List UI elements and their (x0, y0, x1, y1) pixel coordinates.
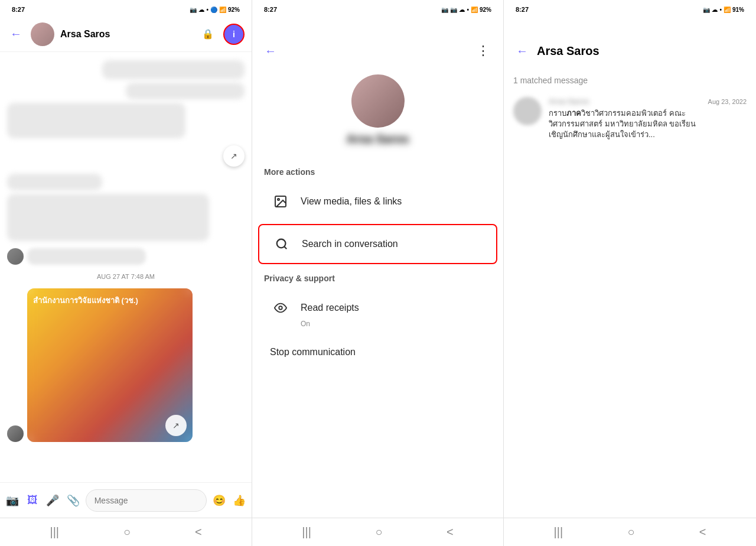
back-button-1[interactable]: ← (7, 25, 25, 43)
battery-2: 92% (480, 6, 491, 13)
svg-point-1 (278, 199, 279, 200)
svg-point-4 (279, 306, 282, 310)
nav-menu-3[interactable]: ||| (554, 525, 563, 539)
image-icon[interactable]: 🖼 (25, 491, 40, 510)
nav-menu-1[interactable]: ||| (50, 525, 59, 539)
stop-communication-action[interactable]: Stop communication (258, 339, 497, 366)
profile-header: ← ⋮ (252, 17, 503, 69)
result-content: Arsa Saros กราบภาควิชาวิศวกรรมคอมพิวเตอร… (549, 97, 701, 141)
result-text-before: กราบ (549, 109, 566, 118)
time-1: 8:27 (12, 6, 25, 13)
battery-1: 92% (228, 6, 240, 13)
result-avatar (513, 97, 542, 125)
panel-profile: 8:27 📷 📷 ☁ • 📶 92% ← ⋮ Arsa Saros More a… (252, 0, 504, 546)
blurred-messages-mid (7, 171, 245, 243)
like-icon[interactable]: 👍 (232, 491, 247, 510)
msg-row-image: สำนักงานการวิจัยแห่งชาติ (วช.) ↗ (7, 288, 245, 442)
more-actions-label: More actions (252, 160, 503, 181)
svg-line-3 (284, 246, 286, 249)
panel-chat: 8:27 📷 ☁ • 🔵 📶 92% ← Arsa Saros 🔒 i (0, 0, 252, 546)
emoji-icon[interactable]: 😊 (211, 491, 227, 510)
read-receipts-label: Read receipts (301, 303, 359, 313)
chat-input-bar: 📷 🖼 🎤 📎 😊 👍 (0, 482, 252, 518)
chat-body[interactable]: ↗ AUG 27 AT 7:48 AM สำนักงานการวิจัยแห่ง… (0, 52, 252, 482)
nav-home-2[interactable]: ○ (375, 525, 382, 539)
header-icons: 🔒 i (197, 24, 245, 45)
view-media-label: View media, files & links (301, 196, 402, 207)
lock-icon[interactable]: 🔒 (197, 24, 219, 45)
avatar-1 (31, 22, 54, 46)
nav-home-1[interactable]: ○ (123, 525, 131, 539)
result-text-bold: ภาค (566, 109, 581, 118)
timestamp: AUG 27 AT 7:48 AM (7, 273, 245, 280)
profile-center: Arsa Saros (252, 69, 503, 160)
result-date: Aug 23, 2022 (708, 97, 747, 105)
more-menu-button[interactable]: ⋮ (472, 40, 494, 61)
info-icon-highlighted[interactable]: i (223, 24, 245, 45)
nav-bar-1: ||| ○ < (0, 518, 252, 546)
media-icon (270, 191, 291, 212)
nav-menu-2[interactable]: ||| (302, 525, 311, 539)
time-3: 8:27 (516, 6, 529, 13)
search-header: ← Arsa Saros (504, 17, 756, 69)
battery-3: 91% (732, 6, 744, 13)
share-button-1[interactable]: ↗ (223, 145, 245, 167)
nav-bar-3: ||| ○ < (504, 518, 756, 546)
view-media-action[interactable]: View media, files & links (258, 183, 497, 220)
result-name: Arsa Saros (549, 97, 701, 106)
msg-avatar-2 (7, 425, 24, 442)
read-receipts-status: On (301, 320, 485, 328)
camera-icon[interactable]: 📷 (5, 491, 20, 510)
search-icon (271, 233, 292, 255)
message-input[interactable] (86, 489, 207, 512)
nav-back-1[interactable]: < (195, 525, 202, 539)
blurred-messages-top (7, 58, 245, 141)
mic-icon[interactable]: 🎤 (45, 491, 60, 510)
nav-home-3[interactable]: ○ (627, 525, 634, 539)
search-result-item[interactable]: Arsa Saros กราบภาควิชาวิศวกรรมคอมพิวเตอร… (504, 90, 756, 148)
time-2: 8:27 (264, 6, 277, 13)
image-text: สำนักงานการวิจัยแห่งชาติ (วช.) (33, 294, 138, 307)
profile-name: Arsa Saros (347, 132, 409, 146)
status-icons-2: 📷 📷 ☁ • 📶 92% (441, 6, 491, 13)
nav-back-3[interactable]: < (699, 525, 706, 539)
result-text: กราบภาควิชาวิศวกรรมคอมพิวเตอร์ คณะวิศวกร… (549, 108, 701, 141)
profile-avatar (351, 74, 405, 128)
message-image: สำนักงานการวิจัยแห่งชาติ (วช.) ↗ (27, 288, 193, 442)
matched-label: 1 matched message (504, 69, 756, 90)
eye-icon (270, 297, 291, 318)
privacy-label: Privacy & support (252, 266, 503, 288)
status-bar-1: 8:27 📷 ☁ • 🔵 📶 92% (0, 0, 252, 17)
svg-point-2 (277, 239, 286, 248)
search-conversation-action[interactable]: Search in conversation (258, 224, 497, 264)
back-button-2[interactable]: ← (262, 42, 279, 60)
status-icons-3: 📷 ☁ • 📶 91% (703, 6, 744, 13)
read-receipts-row: Read receipts (270, 297, 485, 318)
nav-back-2[interactable]: < (447, 525, 454, 539)
panel-search: 8:27 📷 ☁ • 📶 91% ← Arsa Saros 1 matched … (504, 0, 756, 546)
attach-icon[interactable]: 📎 (66, 491, 81, 510)
status-bar-3: 8:27 📷 ☁ • 📶 91% (504, 0, 756, 17)
contact-name-1: Arsa Saros (60, 29, 191, 40)
msg-avatar-1 (7, 248, 24, 265)
share-button-2[interactable]: ↗ (165, 415, 187, 436)
msg-row-1 (7, 248, 245, 265)
status-icons-1: 📷 ☁ • 🔵 📶 92% (190, 6, 240, 13)
read-receipts-item[interactable]: Read receipts On (258, 289, 497, 336)
search-label: Search in conversation (302, 239, 398, 249)
status-bar-2: 8:27 📷 📷 ☁ • 📶 92% (252, 0, 503, 17)
nav-bar-2: ||| ○ < (252, 518, 503, 546)
back-button-3[interactable]: ← (513, 42, 531, 60)
chat-header: ← Arsa Saros 🔒 i (0, 17, 252, 52)
search-title: Arsa Saros (537, 44, 599, 58)
